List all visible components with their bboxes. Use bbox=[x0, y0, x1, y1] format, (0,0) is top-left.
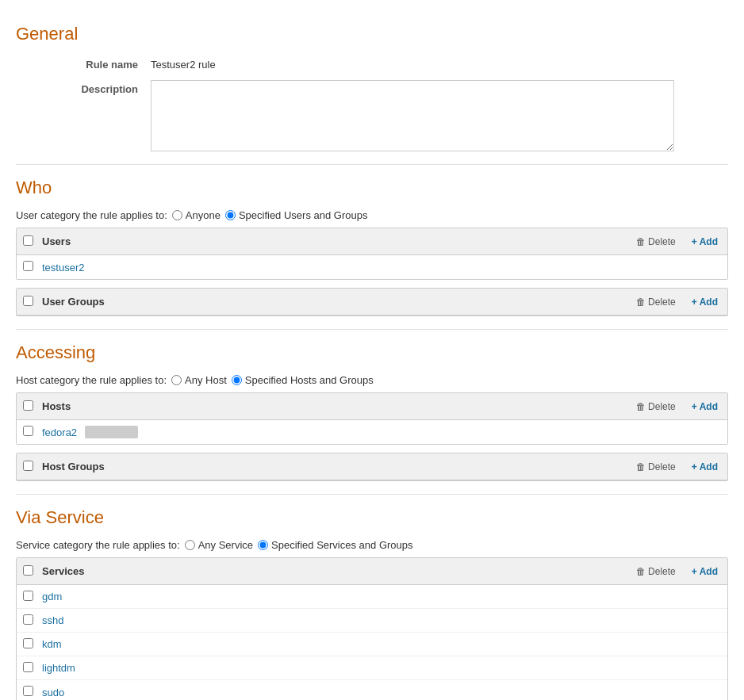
service-row-checkbox-0[interactable] bbox=[23, 591, 33, 601]
via-service-section: Via Service Service category the rule ap… bbox=[16, 507, 728, 700]
host-groups-select-all-checkbox[interactable] bbox=[23, 461, 33, 471]
service-link-1[interactable]: sshd bbox=[42, 614, 63, 626]
service-row-checkbox-2[interactable] bbox=[23, 638, 33, 648]
table-row: lightdm bbox=[17, 656, 727, 680]
service-link-2[interactable]: kdm bbox=[42, 638, 62, 650]
table-row: sshd bbox=[17, 609, 727, 633]
host-ip-blurred: ██████ bbox=[85, 426, 138, 438]
users-add-button[interactable]: + Add bbox=[688, 235, 721, 249]
accessing-section: Accessing Host category the rule applies… bbox=[16, 342, 728, 481]
rule-name-row: Rule name Testuser2 rule bbox=[63, 55, 728, 71]
services-select-all-checkbox[interactable] bbox=[23, 565, 33, 576]
hosts-table-header: Hosts 🗑 Delete + Add bbox=[17, 393, 727, 420]
who-anyone-text: Anyone bbox=[186, 209, 221, 221]
service-specified-text: Specified Services and Groups bbox=[271, 539, 412, 551]
accessing-specified-label[interactable]: Specified Hosts and Groups bbox=[232, 374, 374, 386]
user-groups-delete-button[interactable]: 🗑 Delete bbox=[633, 295, 679, 309]
host-groups-delete-button[interactable]: 🗑 Delete bbox=[633, 460, 679, 474]
table-row: gdm bbox=[17, 585, 727, 609]
host-groups-table-header: Host Groups 🗑 Delete + Add bbox=[17, 453, 727, 480]
host-groups-table: Host Groups 🗑 Delete + Add bbox=[16, 453, 728, 481]
description-row: Description bbox=[63, 80, 728, 151]
services-table: Services 🗑 Delete + Add gdm sshd kdm bbox=[16, 557, 728, 700]
host-groups-table-actions: 🗑 Delete + Add bbox=[633, 460, 721, 474]
service-row-checkbox-3[interactable] bbox=[23, 662, 33, 672]
service-any-text: Any Service bbox=[198, 539, 253, 551]
accessing-any-host-radio[interactable] bbox=[171, 375, 182, 385]
services-table-actions: 🗑 Delete + Add bbox=[633, 564, 721, 579]
service-any-label[interactable]: Any Service bbox=[185, 539, 253, 551]
general-title: General bbox=[16, 24, 728, 44]
accessing-any-host-text: Any Host bbox=[185, 374, 227, 386]
accessing-any-host-label[interactable]: Any Host bbox=[171, 374, 227, 386]
users-table: Users 🗑 Delete + Add testuser2 bbox=[16, 228, 728, 280]
host-link[interactable]: fedora2 bbox=[42, 427, 77, 438]
description-input[interactable] bbox=[151, 80, 674, 151]
user-groups-table-header: User Groups 🗑 Delete + Add bbox=[17, 289, 727, 316]
trash-icon: 🗑 bbox=[636, 566, 646, 577]
users-select-all-checkbox[interactable] bbox=[23, 235, 33, 246]
hosts-add-button[interactable]: + Add bbox=[688, 400, 721, 414]
service-row-checkbox-1[interactable] bbox=[23, 614, 33, 625]
service-row-checkbox-4[interactable] bbox=[23, 686, 33, 696]
description-label: Description bbox=[63, 80, 151, 95]
service-any-radio[interactable] bbox=[185, 540, 195, 550]
service-link-4[interactable]: sudo bbox=[42, 687, 64, 698]
table-row: fedora2 ██████ bbox=[17, 420, 727, 444]
table-row: sudo bbox=[17, 680, 727, 700]
who-specified-label[interactable]: Specified Users and Groups bbox=[225, 209, 368, 221]
services-delete-button[interactable]: 🗑 Delete bbox=[633, 564, 679, 579]
accessing-applies-row: Host category the rule applies to: Any H… bbox=[16, 374, 728, 386]
user-groups-table: User Groups 🗑 Delete + Add bbox=[16, 288, 728, 316]
host-row-checkbox[interactable] bbox=[23, 426, 33, 436]
who-applies-label: User category the rule applies to: bbox=[16, 209, 167, 221]
who-applies-row: User category the rule applies to: Anyon… bbox=[16, 209, 728, 221]
trash-icon: 🗑 bbox=[636, 236, 646, 247]
user-groups-column-header: User Groups bbox=[42, 296, 633, 308]
accessing-applies-label: Host category the rule applies to: bbox=[16, 374, 167, 386]
users-table-header: Users 🗑 Delete + Add bbox=[17, 228, 727, 255]
rule-name-label: Rule name bbox=[63, 55, 151, 71]
services-add-button[interactable]: + Add bbox=[688, 564, 721, 579]
who-specified-text: Specified Users and Groups bbox=[239, 209, 368, 221]
user-groups-table-actions: 🗑 Delete + Add bbox=[633, 295, 721, 309]
service-applies-row: Service category the rule applies to: An… bbox=[16, 539, 728, 551]
via-service-title: Via Service bbox=[16, 507, 728, 528]
who-specified-radio[interactable] bbox=[225, 210, 236, 220]
who-anyone-label[interactable]: Anyone bbox=[172, 209, 221, 221]
users-table-actions: 🗑 Delete + Add bbox=[633, 235, 721, 249]
hosts-select-all-checkbox[interactable] bbox=[23, 400, 33, 411]
user-groups-add-button[interactable]: + Add bbox=[688, 295, 721, 309]
hosts-column-header: Hosts bbox=[42, 400, 633, 412]
host-groups-column-header: Host Groups bbox=[42, 461, 633, 472]
rule-name-value: Testuser2 rule bbox=[151, 55, 216, 71]
service-link-0[interactable]: gdm bbox=[42, 591, 62, 602]
services-column-header: Services bbox=[42, 565, 633, 577]
hosts-table: Hosts 🗑 Delete + Add fedora2 ██████ bbox=[16, 392, 728, 445]
trash-icon: 🗑 bbox=[636, 296, 646, 308]
service-specified-label[interactable]: Specified Services and Groups bbox=[258, 539, 412, 551]
who-title: Who bbox=[16, 178, 728, 198]
accessing-title: Accessing bbox=[16, 342, 728, 363]
users-delete-button[interactable]: 🗑 Delete bbox=[633, 235, 679, 249]
user-row-checkbox[interactable] bbox=[23, 261, 33, 271]
table-row: testuser2 bbox=[17, 255, 727, 279]
hosts-delete-button[interactable]: 🗑 Delete bbox=[633, 400, 679, 414]
who-anyone-radio[interactable] bbox=[172, 210, 182, 220]
general-section: General Rule name Testuser2 rule Descrip… bbox=[16, 24, 728, 151]
host-groups-add-button[interactable]: + Add bbox=[688, 460, 721, 474]
services-table-header: Services 🗑 Delete + Add bbox=[17, 558, 727, 585]
user-link[interactable]: testuser2 bbox=[42, 262, 84, 273]
service-link-3[interactable]: lightdm bbox=[42, 662, 75, 674]
user-groups-select-all-checkbox[interactable] bbox=[23, 296, 33, 306]
accessing-specified-text: Specified Hosts and Groups bbox=[245, 374, 374, 386]
users-column-header: Users bbox=[42, 235, 633, 247]
service-specified-radio[interactable] bbox=[258, 540, 268, 550]
trash-icon: 🗑 bbox=[636, 401, 646, 412]
trash-icon: 🗑 bbox=[636, 461, 646, 472]
service-applies-label: Service category the rule applies to: bbox=[16, 539, 180, 551]
who-section: Who User category the rule applies to: A… bbox=[16, 178, 728, 316]
table-row: kdm bbox=[17, 633, 727, 656]
hosts-table-actions: 🗑 Delete + Add bbox=[633, 400, 721, 414]
accessing-specified-radio[interactable] bbox=[232, 375, 242, 385]
